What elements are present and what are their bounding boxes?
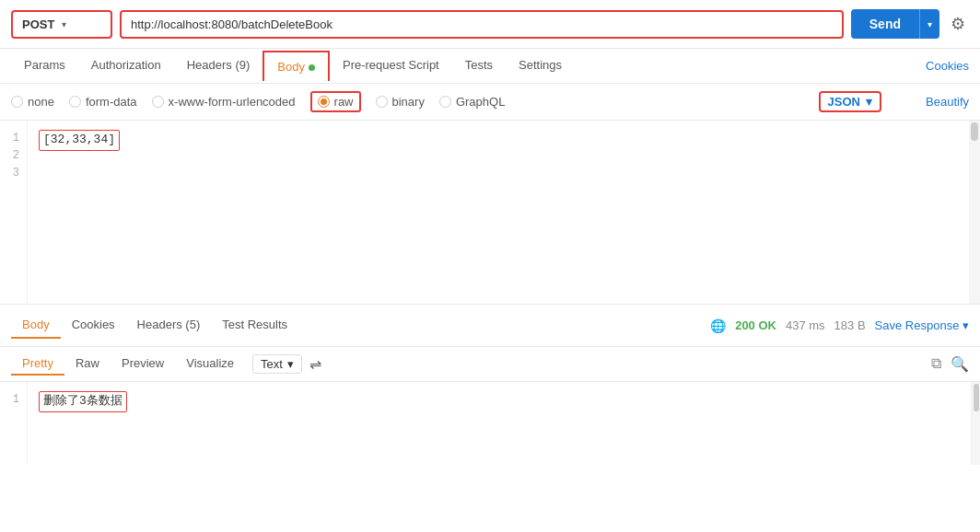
save-response-button[interactable]: Save Response ▾ — [875, 318, 969, 332]
line-num-2: 2 — [7, 147, 19, 165]
tab-tests[interactable]: Tests — [452, 49, 506, 83]
tab-pre-request-script[interactable]: Pre-request Script — [330, 49, 452, 83]
tab-authorization[interactable]: Authorization — [78, 49, 174, 83]
option-graphql[interactable]: GraphQL — [439, 95, 505, 109]
response-status: 🌐 200 OK 437 ms 183 B Save Response ▾ — [710, 318, 969, 333]
method-selector[interactable]: POST ▾ — [11, 10, 112, 39]
resp-subtab-visualize[interactable]: Visualize — [175, 353, 245, 376]
send-group: Send ▾ — [851, 9, 939, 39]
status-ok-label: 200 OK — [735, 318, 776, 332]
radio-raw — [318, 96, 330, 108]
radio-binary — [376, 96, 388, 108]
tab-headers[interactable]: Headers (9) — [174, 49, 263, 83]
globe-icon: 🌐 — [710, 318, 726, 333]
line-num-1: 1 — [7, 130, 19, 147]
response-scrollbar[interactable] — [971, 382, 980, 465]
resp-tab-cookies[interactable]: Cookies — [61, 312, 126, 339]
response-time: 437 ms — [786, 318, 825, 332]
main-tabs-bar: Params Authorization Headers (9) Body Pr… — [0, 49, 980, 84]
send-button[interactable]: Send — [851, 9, 919, 39]
resp-tab-body[interactable]: Body — [11, 312, 61, 339]
tab-params[interactable]: Params — [11, 49, 78, 83]
radio-urlencoded — [152, 96, 164, 108]
json-chevron-icon: ▾ — [866, 95, 872, 109]
response-body-area: 1 删除了3条数据 — [0, 382, 980, 465]
resp-tab-headers[interactable]: Headers (5) — [126, 312, 212, 339]
tab-settings[interactable]: Settings — [506, 49, 575, 83]
resp-subtab-pretty[interactable]: Pretty — [11, 353, 64, 376]
response-content[interactable]: 删除了3条数据 — [28, 382, 971, 465]
request-scrollbar[interactable] — [969, 121, 980, 304]
radio-form-data — [69, 96, 81, 108]
option-form-data-label: form-data — [86, 95, 137, 109]
line-num-3: 3 — [7, 165, 19, 182]
response-action-icons: ⧉ 🔍 — [931, 355, 969, 373]
body-active-dot — [309, 64, 315, 71]
main-container: POST ▾ Send ▾ ⚙ Params Authorization Hea… — [0, 0, 980, 532]
top-bar: POST ▾ Send ▾ ⚙ — [0, 0, 980, 49]
copy-icon[interactable]: ⧉ — [931, 355, 941, 373]
format-label: Text — [261, 357, 283, 371]
option-raw-label: raw — [334, 95, 354, 109]
format-chevron-icon: ▾ — [287, 357, 294, 371]
option-raw[interactable]: raw — [310, 91, 361, 112]
option-graphql-label: GraphQL — [456, 95, 505, 109]
resp-subtab-preview[interactable]: Preview — [111, 353, 175, 376]
code-line-1: [32,33,34] — [39, 130, 958, 151]
code-highlight-box: [32,33,34] — [39, 130, 120, 151]
code-line-2 — [39, 151, 958, 170]
response-line-numbers: 1 — [0, 382, 28, 465]
method-chevron-icon: ▾ — [62, 19, 66, 29]
url-input[interactable] — [120, 10, 844, 39]
radio-none — [11, 96, 23, 108]
request-line-numbers: 1 2 3 — [0, 121, 28, 304]
wrap-icon[interactable]: ⇌ — [309, 355, 321, 373]
tab-body[interactable]: Body — [262, 51, 330, 81]
resp-line-1: 删除了3条数据 — [39, 391, 960, 412]
settings-icon-button[interactable]: ⚙ — [947, 10, 969, 38]
body-options-bar: none form-data x-www-form-urlencoded raw… — [0, 84, 980, 121]
response-highlight-box: 删除了3条数据 — [39, 391, 127, 412]
option-binary[interactable]: binary — [376, 95, 425, 109]
request-scrollbar-thumb[interactable] — [971, 122, 978, 141]
json-label: JSON — [828, 95, 860, 109]
request-code-content[interactable]: [32,33,34] — [28, 121, 969, 304]
option-form-data[interactable]: form-data — [69, 95, 137, 109]
response-scrollbar-thumb[interactable] — [974, 384, 979, 411]
resp-tab-test-results[interactable]: Test Results — [211, 312, 298, 339]
code-line-3 — [39, 170, 958, 190]
resp-line-num-1: 1 — [7, 391, 19, 409]
format-selector[interactable]: Text ▾ — [252, 354, 302, 374]
method-label: POST — [22, 17, 54, 31]
json-selector[interactable]: JSON ▾ — [819, 91, 881, 112]
search-icon[interactable]: 🔍 — [951, 355, 969, 373]
beautify-button[interactable]: Beautify — [926, 95, 969, 109]
send-dropdown-button[interactable]: ▾ — [919, 9, 939, 39]
request-code-editor: 1 2 3 [32,33,34] — [0, 121, 980, 305]
cookies-link[interactable]: Cookies — [926, 59, 969, 73]
response-subtabs-bar: Pretty Raw Preview Visualize Text ▾ ⇌ ⧉ … — [0, 347, 980, 382]
response-size: 183 B — [834, 318, 866, 332]
response-tabs-bar: Body Cookies Headers (5) Test Results 🌐 … — [0, 305, 980, 347]
option-urlencoded-label: x-www-form-urlencoded — [169, 95, 296, 109]
resp-subtab-raw[interactable]: Raw — [64, 353, 111, 376]
option-none-label: none — [28, 95, 54, 109]
option-none[interactable]: none — [11, 95, 54, 109]
option-urlencoded[interactable]: x-www-form-urlencoded — [152, 95, 296, 109]
option-binary-label: binary — [392, 95, 425, 109]
radio-graphql — [439, 96, 451, 108]
